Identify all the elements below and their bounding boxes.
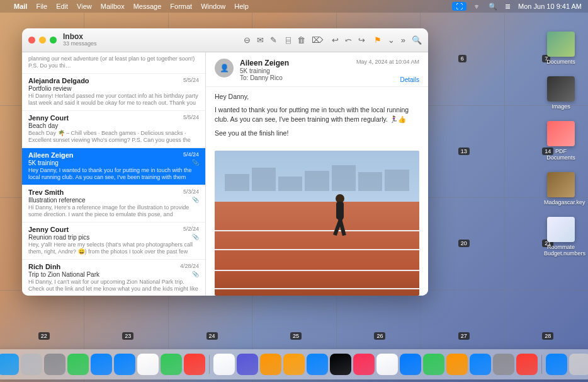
zoom-button[interactable] bbox=[50, 37, 57, 43]
menubar: Mail File Edit View Mailbox Message Form… bbox=[0, 0, 588, 13]
msg-preview: Hi Danny, Here's a reference image for t… bbox=[28, 204, 199, 218]
more-icon[interactable]: » bbox=[401, 35, 405, 45]
body-line: Hey Danny, bbox=[215, 92, 419, 101]
chevron-down-icon[interactable]: ⌄ bbox=[388, 35, 395, 45]
mail-titlebar: Inbox 33 messages ⊖ ✉ ✎ ⌸ 🗑 ⌦ ↩ ⤺ ↪ ⚑ ⌄ bbox=[22, 28, 428, 52]
mail-window: Inbox 33 messages ⊖ ✉ ✎ ⌸ 🗑 ⌦ ↩ ⤺ ↪ ⚑ ⌄ bbox=[22, 28, 428, 296]
dock-app[interactable] bbox=[44, 354, 65, 375]
msg-subject: Beach day bbox=[28, 122, 199, 129]
grid-cell-number: 27 bbox=[458, 332, 470, 340]
message-item[interactable]: Trev Smith5/3/24Illustration referenceHi… bbox=[22, 185, 205, 223]
dock-app[interactable] bbox=[470, 354, 491, 375]
grid-cell-number: 13 bbox=[458, 148, 470, 155]
message-item[interactable]: Jenny Court5/5/24Beach dayBeach Day 🌴 – … bbox=[22, 111, 205, 148]
menu-window[interactable]: Window bbox=[201, 3, 225, 10]
msg-preview: Hey Danny, I wanted to thank you for put… bbox=[28, 167, 199, 181]
msg-subject: Trip to Zion National Park bbox=[28, 271, 199, 278]
msg-subject: 5K training bbox=[28, 159, 199, 166]
dock-app[interactable] bbox=[21, 354, 42, 375]
menu-edit[interactable]: Edit bbox=[56, 3, 68, 10]
attachment-icon: 📎 bbox=[192, 271, 199, 277]
message-item[interactable]: Aileen Zeigen5/4/245K trainingHey Danny,… bbox=[22, 148, 205, 185]
envelope-icon[interactable]: ✉ bbox=[257, 35, 264, 45]
dock-app[interactable] bbox=[0, 354, 19, 375]
desktop-item-numbers[interactable]: Roommate Budget.numbers bbox=[544, 217, 578, 257]
dock-app[interactable] bbox=[237, 354, 258, 375]
dock-app[interactable] bbox=[260, 354, 281, 375]
message-item[interactable]: planning our next adventure (or at least… bbox=[22, 52, 205, 74]
msg-preview: Hi Danny, I can't wait for our upcoming … bbox=[28, 279, 199, 292]
minimize-button[interactable] bbox=[39, 37, 46, 43]
message-item[interactable]: Alejandra Delgado5/5/24Portfolio reviewH… bbox=[22, 74, 205, 111]
msg-preview: Hey, y'all! Here are my selects (that's … bbox=[28, 241, 199, 255]
dock-app[interactable] bbox=[400, 354, 421, 375]
attachment-icon: 📎 bbox=[192, 234, 199, 240]
dock-app[interactable] bbox=[67, 354, 89, 375]
dock-app[interactable] bbox=[184, 354, 205, 375]
grid-cell-number: 25 bbox=[290, 332, 302, 340]
compose-icon[interactable]: ✎ bbox=[270, 35, 277, 45]
dock-app[interactable] bbox=[353, 354, 375, 375]
reply-icon[interactable]: ↩ bbox=[332, 35, 339, 45]
search-icon[interactable]: 🔍 bbox=[412, 35, 422, 45]
archive-icon[interactable]: ⌸ bbox=[286, 35, 291, 45]
dock-app[interactable] bbox=[516, 354, 538, 375]
message-item[interactable]: Jenny Court5/2/24Reunion road trip picsH… bbox=[22, 223, 205, 260]
viewer-subject: 5K training bbox=[240, 67, 419, 74]
msg-from: Alejandra Delgado bbox=[28, 77, 199, 84]
menu-format[interactable]: Format bbox=[170, 3, 192, 10]
msg-from: Rich Dinh bbox=[28, 263, 199, 270]
reply-all-icon[interactable]: ⤺ bbox=[345, 35, 352, 45]
forward-icon[interactable]: ↪ bbox=[358, 35, 365, 45]
grid-cell-number: 23 bbox=[122, 332, 133, 340]
dock-app[interactable] bbox=[376, 354, 398, 375]
dock-app[interactable] bbox=[137, 354, 159, 375]
dock-app[interactable] bbox=[213, 354, 235, 375]
spotlight-icon[interactable]: 🔍 bbox=[489, 3, 497, 11]
close-button[interactable] bbox=[28, 37, 35, 43]
dock-app[interactable] bbox=[114, 354, 135, 375]
junk-icon[interactable]: ⌦ bbox=[312, 35, 323, 45]
dock-app[interactable] bbox=[91, 354, 112, 375]
dock-app[interactable] bbox=[423, 354, 444, 375]
filter-icon[interactable]: ⊖ bbox=[244, 35, 251, 45]
msg-from: Aileen Zeigen bbox=[28, 151, 199, 159]
details-link[interactable]: Details bbox=[400, 76, 419, 83]
menu-message[interactable]: Message bbox=[133, 3, 162, 10]
dock-app[interactable] bbox=[307, 354, 328, 375]
desktop-item-images[interactable]: Images bbox=[544, 76, 578, 110]
desktop-icons: Documents Images PDF Documents Madagasca… bbox=[539, 32, 583, 257]
menu-mailbox[interactable]: Mailbox bbox=[101, 3, 125, 10]
wifi-icon[interactable]: ᯤ bbox=[474, 3, 481, 10]
menu-view[interactable]: View bbox=[77, 3, 92, 10]
dock-app[interactable] bbox=[330, 354, 351, 375]
avatar: 👤 bbox=[215, 59, 234, 78]
msg-date: 4/28/24 bbox=[180, 263, 199, 269]
screen-mirroring-icon[interactable]: ⛶ bbox=[452, 2, 466, 11]
flag-icon[interactable]: ⚑ bbox=[374, 35, 382, 45]
desktop-item-pdf[interactable]: PDF Documents bbox=[544, 121, 578, 161]
body-line: See you at the finish line! bbox=[215, 129, 419, 138]
desktop-item-keynote[interactable]: Madagascar.key bbox=[544, 172, 578, 205]
message-item[interactable]: Rich Dinh4/28/24Trip to Zion National Pa… bbox=[22, 260, 205, 296]
menu-file[interactable]: File bbox=[36, 3, 47, 10]
message-list[interactable]: planning our next adventure (or at least… bbox=[22, 52, 206, 296]
window-controls bbox=[28, 37, 57, 43]
mailbox-count: 33 messages bbox=[63, 41, 97, 47]
attachment-icon: 📎 bbox=[192, 159, 199, 166]
dock-app[interactable] bbox=[546, 354, 567, 375]
dock-app[interactable] bbox=[283, 354, 305, 375]
dock-app[interactable] bbox=[161, 354, 182, 375]
message-viewer: 👤 Aileen Zeigen 5K training To: Danny Ri… bbox=[206, 52, 428, 296]
mail-toolbar: ⊖ ✉ ✎ ⌸ 🗑 ⌦ ↩ ⤺ ↪ ⚑ ⌄ » 🔍 bbox=[244, 35, 422, 45]
dock-app[interactable] bbox=[569, 354, 588, 375]
dock-app[interactable] bbox=[493, 354, 514, 375]
menu-help[interactable]: Help bbox=[234, 3, 249, 10]
app-name[interactable]: Mail bbox=[14, 3, 27, 10]
dock-app[interactable] bbox=[446, 354, 468, 375]
control-center-icon[interactable]: ≣ bbox=[505, 3, 511, 11]
msg-subject: Portfolio review bbox=[28, 85, 199, 92]
desktop-item-documents[interactable]: Documents bbox=[544, 32, 578, 65]
clock[interactable]: Mon Jun 10 9:41 AM bbox=[518, 3, 582, 10]
trash-icon[interactable]: 🗑 bbox=[297, 35, 305, 45]
